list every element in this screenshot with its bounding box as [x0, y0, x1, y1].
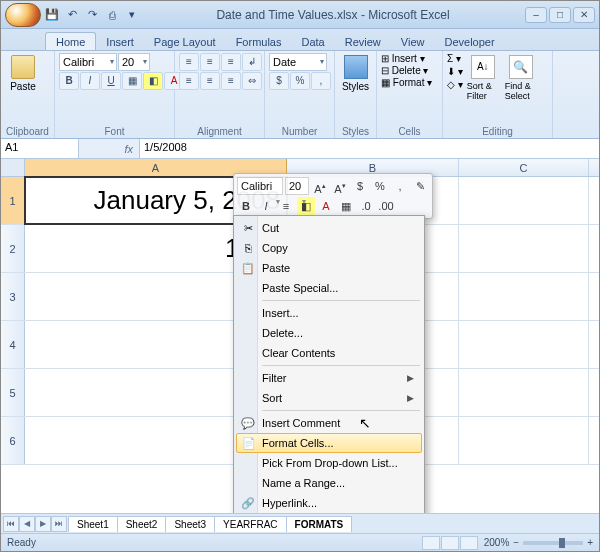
- row-header[interactable]: 2: [1, 225, 25, 272]
- cell[interactable]: [459, 321, 589, 368]
- menu-sort[interactable]: Sort▶: [236, 388, 422, 408]
- mini-bold[interactable]: B: [237, 197, 255, 215]
- menu-insert[interactable]: Insert...: [236, 303, 422, 323]
- mini-comma[interactable]: ,: [391, 177, 409, 195]
- row-header[interactable]: 5: [1, 369, 25, 416]
- cell[interactable]: [459, 225, 589, 272]
- row-header[interactable]: 4: [1, 321, 25, 368]
- menu-delete[interactable]: Delete...: [236, 323, 422, 343]
- zoom-level[interactable]: 200%: [484, 537, 510, 548]
- view-page-break[interactable]: [460, 536, 478, 550]
- maximize-button[interactable]: □: [549, 7, 571, 23]
- align-left[interactable]: ≡: [179, 72, 199, 90]
- redo-icon[interactable]: ↷: [83, 6, 101, 24]
- currency-button[interactable]: $: [269, 72, 289, 90]
- menu-insert-comment[interactable]: 💬Insert Comment: [236, 413, 422, 433]
- row-header[interactable]: 1: [1, 177, 25, 224]
- number-format-combo[interactable]: Date: [269, 53, 327, 71]
- sheet-tab[interactable]: Sheet1: [68, 516, 118, 532]
- view-page-layout[interactable]: [441, 536, 459, 550]
- border-button[interactable]: ▦: [122, 72, 142, 90]
- align-top[interactable]: ≡: [179, 53, 199, 71]
- tab-page-layout[interactable]: Page Layout: [144, 33, 226, 50]
- tab-data[interactable]: Data: [291, 33, 334, 50]
- sheet-tab-active[interactable]: FORMATS: [286, 516, 353, 532]
- mini-currency[interactable]: $: [351, 177, 369, 195]
- find-select-button[interactable]: 🔍Find & Select: [503, 53, 539, 103]
- tab-developer[interactable]: Developer: [434, 33, 504, 50]
- fill-color-button[interactable]: ◧: [143, 72, 163, 90]
- mini-border[interactable]: ▦: [337, 197, 355, 215]
- sheet-tab[interactable]: Sheet3: [165, 516, 215, 532]
- qat-more-icon[interactable]: ▾: [123, 6, 141, 24]
- menu-cut[interactable]: ✂Cut: [236, 218, 422, 238]
- fx-button[interactable]: fx: [79, 139, 139, 158]
- menu-paste-special[interactable]: Paste Special...: [236, 278, 422, 298]
- zoom-slider[interactable]: [523, 541, 583, 545]
- clear-button[interactable]: ◇ ▾: [447, 79, 463, 90]
- tab-home[interactable]: Home: [45, 32, 96, 50]
- office-button[interactable]: [5, 3, 41, 27]
- insert-cells-button[interactable]: ⊞ Insert ▾: [381, 53, 425, 64]
- align-center[interactable]: ≡: [200, 72, 220, 90]
- cell[interactable]: [459, 369, 589, 416]
- mini-dec-decrease[interactable]: .0: [357, 197, 375, 215]
- minimize-button[interactable]: –: [525, 7, 547, 23]
- delete-cells-button[interactable]: ⊟ Delete ▾: [381, 65, 428, 76]
- menu-paste[interactable]: 📋Paste: [236, 258, 422, 278]
- sheet-nav-next[interactable]: ▶: [35, 516, 51, 532]
- sheet-tab[interactable]: YEARFRAC: [214, 516, 286, 532]
- sheet-nav-last[interactable]: ⏭: [51, 516, 67, 532]
- menu-copy[interactable]: ⎘Copy: [236, 238, 422, 258]
- close-button[interactable]: ✕: [573, 7, 595, 23]
- view-normal[interactable]: [422, 536, 440, 550]
- grow-font-icon[interactable]: A▴: [311, 177, 329, 195]
- mini-dec-increase[interactable]: .00: [377, 197, 395, 215]
- sheet-nav-prev[interactable]: ◀: [19, 516, 35, 532]
- menu-clear-contents[interactable]: Clear Contents: [236, 343, 422, 363]
- select-all-corner[interactable]: [1, 159, 25, 176]
- align-right[interactable]: ≡: [221, 72, 241, 90]
- undo-icon[interactable]: ↶: [63, 6, 81, 24]
- italic-button[interactable]: I: [80, 72, 100, 90]
- menu-name-range[interactable]: Name a Range...: [236, 473, 422, 493]
- menu-filter[interactable]: Filter▶: [236, 368, 422, 388]
- mini-font-color[interactable]: A: [317, 197, 335, 215]
- row-header[interactable]: 3: [1, 273, 25, 320]
- autosum-button[interactable]: Σ ▾: [447, 53, 463, 64]
- name-box[interactable]: A1: [1, 139, 79, 158]
- fill-button[interactable]: ⬇ ▾: [447, 66, 463, 77]
- percent-button[interactable]: %: [290, 72, 310, 90]
- merge[interactable]: ⇔: [242, 72, 262, 90]
- paste-button[interactable]: Paste: [5, 53, 41, 94]
- mini-italic[interactable]: I: [257, 197, 275, 215]
- mini-fill-color[interactable]: ◧: [297, 197, 315, 215]
- save-icon[interactable]: 💾: [43, 6, 61, 24]
- menu-hyperlink[interactable]: 🔗Hyperlink...: [236, 493, 422, 513]
- comma-button[interactable]: ,: [311, 72, 331, 90]
- menu-format-cells[interactable]: 📄Format Cells...: [236, 433, 422, 453]
- zoom-in-button[interactable]: +: [587, 537, 593, 548]
- mini-font-combo[interactable]: Calibri: [237, 177, 283, 195]
- align-bot[interactable]: ≡: [221, 53, 241, 71]
- mini-percent[interactable]: %: [371, 177, 389, 195]
- bold-button[interactable]: B: [59, 72, 79, 90]
- sheet-tab[interactable]: Sheet2: [117, 516, 167, 532]
- styles-button[interactable]: Styles: [339, 53, 372, 94]
- print-icon[interactable]: ⎙: [103, 6, 121, 24]
- font-name-combo[interactable]: Calibri: [59, 53, 117, 71]
- menu-pick-from-list[interactable]: Pick From Drop-down List...: [236, 453, 422, 473]
- sort-filter-button[interactable]: A↓Sort & Filter: [465, 53, 501, 103]
- wrap-text[interactable]: ↲: [242, 53, 262, 71]
- tab-insert[interactable]: Insert: [96, 33, 144, 50]
- cell[interactable]: [459, 417, 589, 464]
- row-header[interactable]: 6: [1, 417, 25, 464]
- cell[interactable]: [459, 273, 589, 320]
- format-painter-icon[interactable]: ✎: [411, 177, 429, 195]
- underline-button[interactable]: U: [101, 72, 121, 90]
- zoom-out-button[interactable]: −: [513, 537, 519, 548]
- font-size-combo[interactable]: 20: [118, 53, 150, 71]
- cell[interactable]: [459, 177, 589, 224]
- tab-view[interactable]: View: [391, 33, 435, 50]
- mini-size-combo[interactable]: 20: [285, 177, 309, 195]
